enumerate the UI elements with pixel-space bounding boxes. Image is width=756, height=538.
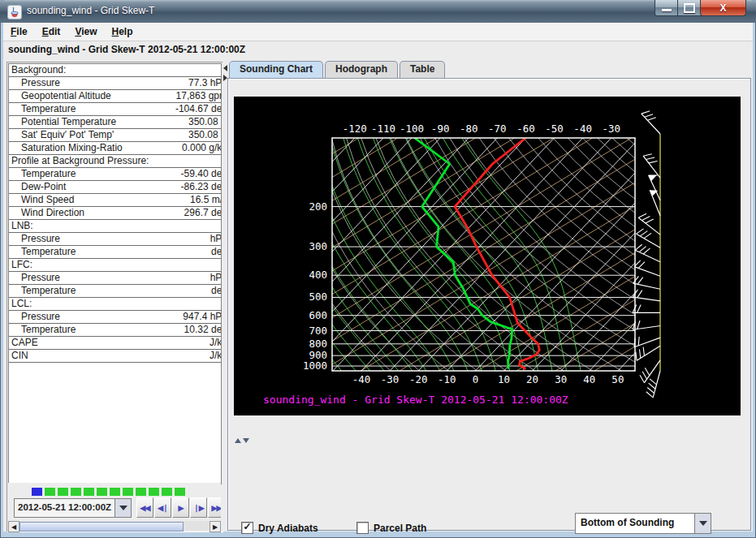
checkbox-box[interactable]: ✓ [241,522,253,534]
time-step[interactable] [175,488,185,496]
collapse-down-icon[interactable] [243,438,249,443]
menu-help[interactable]: Help [105,26,140,37]
collapse-up-icon[interactable] [235,438,241,443]
close-button[interactable]: X [700,0,746,16]
maximize-button[interactable] [677,0,702,16]
play-button[interactable]: ▶ [172,497,189,518]
time-step[interactable] [45,488,55,496]
scroll-right-button[interactable]: ▶ [210,521,221,532]
time-step[interactable] [136,488,146,496]
table-row[interactable]: PressurehPa [9,233,221,246]
row-value: -86.23 deg [181,181,221,193]
table-row[interactable]: LFC: [9,259,221,272]
row-label: LNB: [11,220,33,232]
time-step-squares[interactable] [32,488,185,496]
scrollbar-thumb[interactable] [19,522,184,532]
table-row[interactable]: Geopotential Altitude17,863 gpm [9,90,221,103]
table-row[interactable]: Sat' Equiv' Pot' Temp'350.08 K [9,129,221,142]
row-label: Wind Speed [21,194,74,206]
time-step[interactable] [110,488,120,496]
scroll-left-button[interactable]: ◀ [8,521,19,532]
checkbox-box[interactable] [356,522,369,534]
row-value: 350.08 K [188,129,221,141]
row-value: 0.000 g/kg [182,142,221,154]
sounding-header: sounding_wind - Grid Skew-T 2012-05-21 1… [8,44,245,55]
row-label: Profile at Background Pressure: [11,155,149,167]
chart-splitter[interactable] [235,438,249,443]
svg-text:-20: -20 [409,373,428,385]
horizontal-scrollbar[interactable]: ◀ ▶ [8,521,221,531]
time-step[interactable] [149,488,159,496]
checkbox-dry-adiabats[interactable]: ✓Dry Adiabats [241,522,318,534]
time-combo-button[interactable] [114,499,131,517]
svg-text:300: 300 [309,240,327,252]
skewt-chart[interactable]: -120-110-100-90-80-70-60-50-40-30-40-30-… [234,97,741,415]
svg-text:30: 30 [555,373,567,385]
svg-text:-60: -60 [516,123,535,135]
row-label: Dew-Point [21,181,66,193]
table-row[interactable]: CAPEJ/kg [9,337,221,350]
table-row[interactable]: Temperature-59.40 deg [9,168,221,181]
row-label: LFC: [11,259,32,271]
table-row[interactable]: Wind Speed16.5 m/s [9,194,221,207]
table-row[interactable]: Temperature10.32 deg [9,324,221,337]
table-row[interactable]: Temperaturedeg [9,285,221,298]
time-step[interactable] [58,488,68,496]
menu-view[interactable]: View [67,26,104,37]
time-step[interactable] [162,488,172,496]
time-step[interactable] [84,488,94,496]
svg-text:-30: -30 [381,373,400,385]
table-row[interactable]: Temperaturedeg [9,246,221,259]
table-row[interactable]: Saturation Mixing-Ratio0.000 g/kg [9,142,221,155]
tab-hodograph[interactable]: Hodograph [325,61,398,79]
window-content: FileEditViewHelp sounding_wind - Grid Sk… [3,23,753,532]
tab-table[interactable]: Table [400,61,445,79]
row-value: 350.08 K [188,116,221,128]
svg-text:500: 500 [309,291,327,303]
table-row[interactable]: Wind Direction296.7 deg [9,207,221,220]
parameter-table[interactable]: Background:Pressure77.3 hPaGeopotential … [8,63,222,484]
minimize-button[interactable] [654,0,679,16]
menu-file[interactable]: File [3,26,35,37]
table-row[interactable]: Pressure77.3 hPa [9,77,221,90]
table-row[interactable]: Background: [9,64,221,77]
row-value: -59.40 deg [181,168,221,180]
scrollbar-track[interactable] [184,521,210,531]
step-forward-button[interactable]: ❘▶ [190,497,207,518]
parcel-mode-combo[interactable]: Bottom of Sounding [575,513,711,534]
chevron-down-icon [119,506,127,510]
parcel-mode-combo-button[interactable] [694,514,711,533]
row-label: Temperature [21,168,76,180]
table-row[interactable]: Profile at Background Pressure: [9,155,221,168]
menu-edit[interactable]: Edit [35,26,68,37]
table-row[interactable]: Dew-Point-86.23 deg [9,181,221,194]
chart-title: sounding_wind - Grid Skew-T 2012-05-21 1… [263,394,568,406]
svg-text:-40: -40 [352,373,371,385]
first-button[interactable]: ◀◀ [136,497,153,518]
title-bar[interactable]: sounding_wind - Grid Skew-T X [0,0,756,23]
svg-text:-40: -40 [573,123,592,135]
parameter-panel: Background:Pressure77.3 hPaGeopotential … [6,62,223,532]
collapse-left-icon[interactable] [223,65,227,71]
svg-text:0: 0 [473,373,479,385]
row-label: Pressure [21,233,60,245]
table-row[interactable]: Temperature-104.67 deg [9,103,221,116]
time-step[interactable] [97,488,107,496]
table-row[interactable]: LCL: [9,298,221,311]
table-row[interactable]: PressurehPa [9,272,221,285]
row-value: 296.7 deg [184,207,221,219]
svg-text:50: 50 [611,373,624,385]
table-row[interactable]: Pressure947.4 hPa [9,311,221,324]
time-select-combo[interactable]: 2012-05-21 12:00:00Z [14,498,132,518]
step-back-button[interactable]: ◀❘ [154,497,171,518]
time-step[interactable] [71,488,81,496]
table-row[interactable]: Potential Temperature350.08 K [9,116,221,129]
last-button[interactable]: ▶▶ [208,497,221,518]
time-step-selected[interactable] [32,488,42,496]
table-row[interactable]: CINJ/kg [9,350,221,363]
svg-text:1000: 1000 [303,359,327,372]
table-row[interactable]: LNB: [9,220,221,233]
checkbox-parcel-path[interactable]: Parcel Path [356,522,426,534]
time-step[interactable] [123,488,133,496]
row-label: Potential Temperature [21,116,116,128]
